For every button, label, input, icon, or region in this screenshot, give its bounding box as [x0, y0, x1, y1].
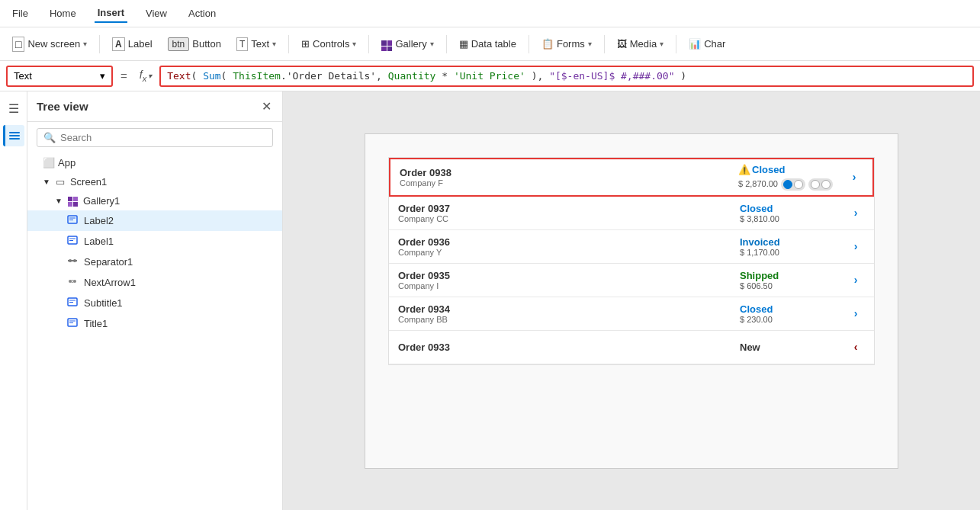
canvas-area: Order 0938 Company F ⚠️ Closed $ 2,870.0… [283, 91, 980, 510]
formula-paren3: ), [532, 70, 544, 82]
status-badge: Closed [752, 164, 785, 175]
tree-item-screen1[interactable]: ▼ ▭ Screen1 [27, 172, 282, 191]
formula-name-box[interactable]: Text ▾ [6, 66, 113, 87]
app-label: App [58, 157, 76, 168]
tree-item-gallery1[interactable]: ▼ Gallery1 [27, 191, 282, 210]
label2-icon [67, 214, 78, 227]
app-canvas: Order 0938 Company F ⚠️ Closed $ 2,870.0… [365, 133, 898, 469]
row-chevron: › [845, 171, 863, 183]
row-status-area: ⚠️ Closed $ 2,870.00 [738, 164, 845, 191]
tree-item-app[interactable]: ⬜ App [27, 153, 282, 172]
svg-rect-1 [9, 135, 20, 136]
data-table-icon: ▦ [459, 38, 468, 50]
chart-button[interactable]: 📊 Char [683, 35, 731, 53]
tree-item-nextarrow1[interactable]: NextArrow1 [27, 272, 282, 293]
screen1-expand-chevron: ▼ [43, 178, 50, 186]
formula-format-str: "[$-en-US]$ #,###.00" [549, 70, 674, 82]
button-button[interactable]: btn Button [162, 34, 227, 54]
separator1-icon [67, 255, 78, 268]
gallery1-expand-chevron: ▼ [55, 197, 63, 205]
label-button[interactable]: A Label [106, 34, 158, 54]
toggle-track-2[interactable] [808, 178, 833, 191]
menu-action[interactable]: Action [185, 5, 219, 22]
row-status-area: Closed $ 230.00 [740, 303, 847, 324]
row-chevron: ‹ [847, 341, 865, 353]
company-name: Company CC [398, 214, 740, 223]
media-icon: 🖼 [617, 38, 627, 50]
row-chevron: › [847, 207, 865, 219]
tree-title: Tree view [37, 100, 88, 113]
chevron-right-icon: › [854, 240, 858, 252]
status-badge: Shipped [740, 270, 779, 281]
status-badge: New [740, 342, 760, 353]
divider-4 [446, 35, 447, 53]
menu-insert[interactable]: Insert [95, 4, 127, 23]
row-order-info: Order 0933 [398, 342, 740, 353]
tree-item-separator1[interactable]: Separator1 [27, 252, 282, 272]
text-button[interactable]: T Text ▾ [230, 34, 282, 54]
company-name: Company Y [398, 248, 740, 257]
search-icon: 🔍 [43, 132, 56, 143]
table-row[interactable]: Order 0934 Company BB Closed $ 230.00 › [389, 297, 874, 331]
tree-item-title1[interactable]: Title1 [27, 313, 282, 334]
tree-close-button[interactable]: ✕ [260, 98, 273, 115]
formula-fx-button[interactable]: fx ▾ [135, 67, 156, 85]
tree-item-label1[interactable]: Label1 [27, 231, 282, 252]
label2-label: Label2 [84, 215, 114, 226]
amount-label: $ 230.00 [740, 315, 773, 324]
formula-text-func: Text [167, 70, 191, 82]
table-row[interactable]: Order 0933 New ‹ [389, 331, 874, 364]
nextarrow1-icon [67, 276, 78, 289]
controls-icon: ⊞ [301, 38, 310, 50]
formula-paren4: ) [680, 70, 686, 82]
gallery-button[interactable]: Gallery ▾ [375, 34, 439, 55]
divider-6 [604, 35, 605, 53]
layers-icon[interactable] [3, 125, 24, 146]
formula-dot: .'Order Details', [281, 70, 382, 82]
label1-icon [67, 235, 78, 248]
row-chevron: › [847, 307, 865, 319]
text-chevron: ▾ [272, 40, 276, 48]
row-status-area: New [740, 342, 847, 353]
title1-icon [67, 317, 78, 330]
row-order-info: Order 0934 Company BB [398, 303, 740, 324]
hamburger-icon[interactable]: ☰ [3, 98, 24, 119]
divider-5 [529, 35, 529, 53]
divider-7 [676, 35, 676, 53]
tree-content: ⬜ App ▼ ▭ Screen1 ▼ Gallery1 [27, 153, 282, 510]
controls-button[interactable]: ⊞ Controls ▾ [295, 35, 362, 53]
subtitle1-label: Subtitle1 [84, 297, 123, 309]
new-screen-button[interactable]: □ New screen ▾ [6, 34, 93, 55]
table-row[interactable]: Order 0936 Company Y Invoiced $ 1,170.00… [389, 230, 874, 264]
search-box: 🔍 [37, 128, 273, 147]
fx-label: fx [140, 69, 146, 83]
svg-rect-0 [9, 132, 20, 133]
menu-home[interactable]: Home [47, 5, 79, 22]
search-input[interactable] [60, 132, 266, 143]
chevron-right-icon: › [854, 307, 858, 319]
chevron-right-icon: › [854, 274, 858, 286]
forms-icon: 📋 [541, 38, 554, 50]
tree-item-label2[interactable]: Label2 [27, 210, 282, 231]
table-row[interactable]: Order 0935 Company I Shipped $ 606.50 › [389, 264, 874, 297]
media-button[interactable]: 🖼 Media ▾ [611, 35, 670, 53]
amount-label: $ 3,810.00 [740, 214, 779, 223]
tree-item-subtitle1[interactable]: Subtitle1 [27, 293, 282, 313]
data-table-button[interactable]: ▦ Data table [453, 35, 522, 53]
menu-file[interactable]: File [9, 5, 31, 22]
formula-bar: Text ▾ = fx ▾ Text( Sum( ThisItem.'Order… [0, 61, 980, 91]
table-row[interactable]: Order 0938 Company F ⚠️ Closed $ 2,870.0… [389, 158, 874, 197]
divider-3 [368, 35, 369, 53]
toggle-group[interactable] [781, 178, 833, 191]
screen1-label: Screen1 [70, 176, 107, 188]
amount-label: $ 1,170.00 [740, 248, 779, 257]
menu-view[interactable]: View [143, 5, 170, 22]
forms-button[interactable]: 📋 Forms ▾ [535, 35, 598, 53]
row-order-info: Order 0937 Company CC [398, 203, 740, 223]
separator1-label: Separator1 [84, 256, 133, 268]
title1-label: Title1 [84, 318, 108, 329]
table-row[interactable]: Order 0937 Company CC Closed $ 3,810.00 … [389, 197, 874, 230]
nextarrow1-label: NextArrow1 [84, 277, 136, 288]
formula-input[interactable]: Text( Sum( ThisItem.'Order Details', Qua… [159, 66, 974, 87]
toggle-track[interactable] [781, 178, 805, 191]
